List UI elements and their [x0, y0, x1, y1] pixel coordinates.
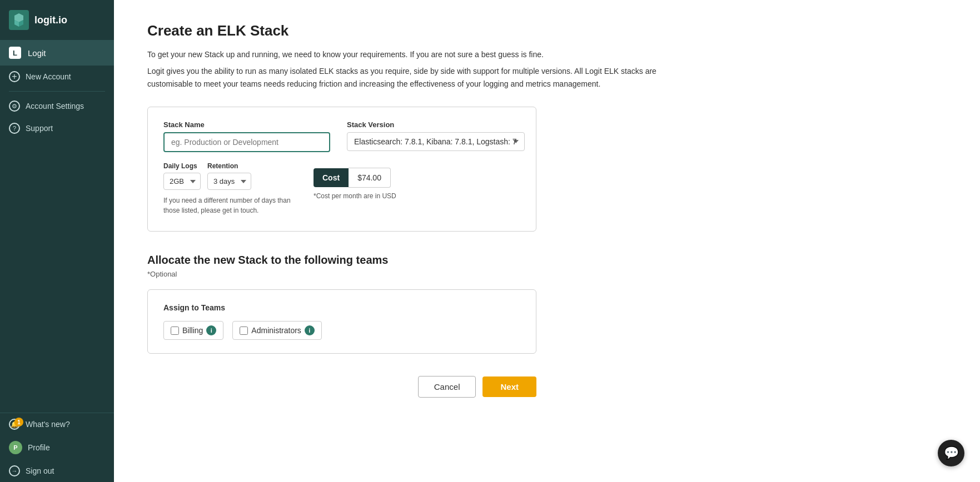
config-bottom-row: Daily Logs 2GB Retention 3 days If you n…: [163, 162, 520, 215]
cost-button: Cost: [314, 168, 349, 187]
actions-row: Cancel Next: [147, 376, 536, 398]
sidebar-item-new-account[interactable]: + New Account: [0, 66, 114, 88]
cost-row: Cost $74.00: [314, 168, 396, 188]
new-account-label: New Account: [26, 72, 71, 81]
sidebar-active-label: Logit: [28, 48, 46, 58]
allocate-title: Allocate the new Stack to the following …: [147, 254, 947, 267]
administrators-checkbox[interactable]: [240, 327, 248, 335]
sidebar-item-whats-new[interactable]: 🔔 1 What's new?: [0, 413, 114, 435]
assign-teams-label: Assign to Teams: [163, 303, 520, 312]
teams-row: Billing i Administrators i: [163, 321, 520, 340]
team-administrators-item: Administrators i: [232, 321, 321, 340]
sign-out-icon: →: [9, 465, 20, 476]
teams-card: Assign to Teams Billing i Administrators…: [147, 289, 536, 354]
daily-logs-select[interactable]: 2GB: [163, 173, 201, 190]
cancel-button[interactable]: Cancel: [418, 376, 476, 398]
stack-name-group: Stack Name: [163, 120, 330, 152]
daily-logs-label: Daily Logs: [163, 162, 201, 170]
description-1: To get your new Stack up and running, we…: [147, 48, 675, 61]
stack-version-label: Stack Version: [347, 120, 525, 129]
stack-name-label: Stack Name: [163, 120, 330, 129]
stack-config-card: Stack Name Stack Version Elasticsearch: …: [147, 107, 536, 232]
team-billing-item: Billing i: [163, 321, 223, 340]
profile-label: Profile: [28, 443, 50, 452]
optional-text: *Optional: [147, 270, 947, 278]
dropdowns-row: Daily Logs 2GB Retention 3 days: [163, 162, 297, 190]
main-content: Create an ELK Stack To get your new Stac…: [114, 0, 980, 482]
sidebar-item-sign-out[interactable]: → Sign out: [0, 460, 114, 482]
administrators-label: Administrators: [251, 326, 301, 335]
sidebar-divider: [9, 91, 105, 92]
cost-note: *Cost per month are in USD: [314, 192, 396, 200]
billing-info-icon[interactable]: i: [206, 325, 216, 335]
description-2: Logit gives you the ability to run as ma…: [147, 65, 675, 90]
page-title: Create an ELK Stack: [147, 22, 947, 39]
right-section: Cost $74.00 *Cost per month are in USD: [314, 168, 396, 200]
administrators-info-icon[interactable]: i: [305, 325, 315, 335]
support-icon: ?: [9, 123, 20, 134]
plus-icon: +: [9, 71, 20, 82]
left-section: Daily Logs 2GB Retention 3 days If you n…: [163, 162, 297, 215]
daily-logs-group: Daily Logs 2GB: [163, 162, 201, 190]
stack-version-group: Stack Version Elasticsearch: 7.8.1, Kiba…: [347, 120, 525, 152]
sidebar-logo: logit.io: [0, 0, 114, 40]
retention-group: Retention 3 days: [207, 162, 251, 190]
chat-button[interactable]: 💬: [938, 440, 964, 466]
whats-new-label: What's new?: [26, 420, 70, 429]
config-top-row: Stack Name Stack Version Elasticsearch: …: [163, 120, 520, 152]
cost-value: $74.00: [349, 168, 391, 188]
sidebar-item-account-settings[interactable]: ⚙ Account Settings: [0, 95, 114, 117]
sidebar: logit.io L Logit + New Account ⚙ Account…: [0, 0, 114, 482]
logit-icon: L: [9, 47, 21, 59]
billing-label: Billing: [182, 326, 203, 335]
retention-select[interactable]: 3 days: [207, 173, 251, 190]
support-label: Support: [26, 124, 53, 133]
sign-out-label: Sign out: [26, 466, 54, 475]
stack-version-select[interactable]: Elasticsearch: 7.8.1, Kibana: 7.8.1, Log…: [347, 132, 525, 151]
logo-text: logit.io: [34, 14, 67, 26]
next-button[interactable]: Next: [482, 376, 536, 397]
stack-name-input[interactable]: [163, 132, 330, 152]
sidebar-item-logit[interactable]: L Logit: [0, 40, 114, 66]
retention-label: Retention: [207, 162, 251, 170]
avatar: P: [9, 441, 22, 454]
whats-new-badge: 1: [14, 418, 23, 426]
settings-icon: ⚙: [9, 101, 20, 112]
sidebar-item-support[interactable]: ? Support: [0, 117, 114, 139]
hint-text: If you need a different number of days t…: [163, 195, 297, 215]
billing-checkbox[interactable]: [171, 327, 179, 335]
sidebar-item-profile[interactable]: P Profile: [0, 435, 114, 460]
logit-logo-icon: [9, 10, 29, 30]
sidebar-bottom: 🔔 1 What's new? P Profile → Sign out: [0, 413, 114, 482]
account-settings-label: Account Settings: [26, 102, 84, 111]
